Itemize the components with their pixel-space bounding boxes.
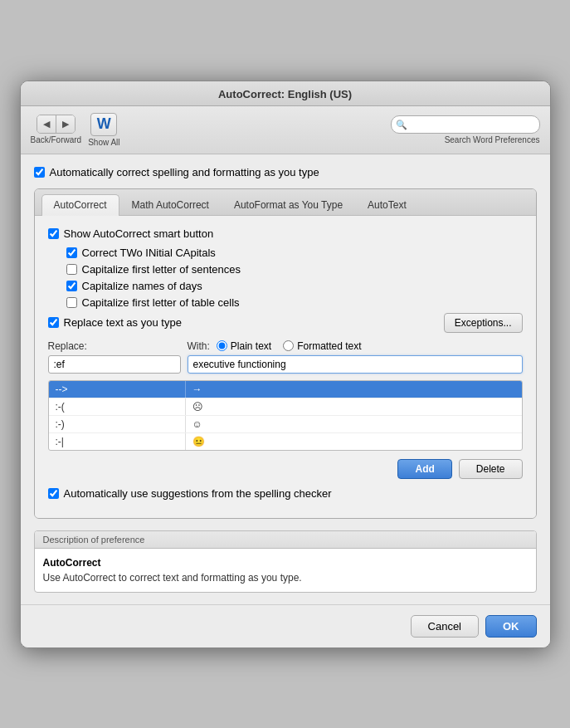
- formatted-text-option: Formatted text: [283, 340, 361, 352]
- show-smart-button-row: Show AutoCorrect smart button: [48, 227, 523, 240]
- toolbar: ◀ ▶ Back/Forward W Show All 🔍 Search Wor…: [21, 106, 550, 154]
- option-label-0: Correct TWo INitial CApitals: [82, 247, 216, 259]
- auto-correct-checkbox[interactable]: [34, 167, 45, 178]
- replace-with-inputs: [48, 355, 523, 374]
- option-row-1: Capitalize first letter of sentences: [66, 263, 523, 276]
- option-label-2: Capitalize names of days: [82, 280, 202, 292]
- option-label-1: Capitalize first letter of sentences: [82, 263, 241, 276]
- table-row[interactable]: :-( ☹: [49, 398, 522, 416]
- auto-correct-label: Automatically correct spelling and forma…: [50, 166, 319, 178]
- option-row-3: Capitalize first letter of table cells: [66, 296, 523, 309]
- show-all-label: Show All: [88, 138, 119, 147]
- option-row-2: Capitalize names of days: [66, 280, 523, 292]
- tab-content-autocorrect: Show AutoCorrect smart button Correct TW…: [35, 216, 536, 518]
- search-input[interactable]: [391, 115, 540, 134]
- options-group: Correct TWo INitial CApitals Capitalize …: [66, 247, 523, 309]
- cancel-button[interactable]: Cancel: [411, 615, 479, 638]
- description-section: Description of preference AutoCorrect Us…: [34, 530, 537, 593]
- show-all-icon: W: [90, 113, 117, 136]
- toolbar-right: 🔍 Search Word Preferences: [391, 115, 540, 144]
- titlebar: AutoCorrect: English (US): [21, 81, 550, 106]
- ok-button[interactable]: OK: [485, 615, 537, 638]
- tabs-bar: AutoCorrect Math AutoCorrect AutoFormat …: [35, 189, 536, 216]
- spelling-checkbox[interactable]: [48, 488, 59, 499]
- replace-text-row: Replace text as you type Exceptions...: [48, 313, 523, 333]
- window-title: AutoCorrect: English (US): [218, 88, 352, 100]
- auto-correct-top-row: Automatically correct spelling and forma…: [34, 166, 537, 178]
- toolbar-left: ◀ ▶ Back/Forward W Show All: [31, 113, 120, 147]
- tab-math-autocorrect[interactable]: Math AutoCorrect: [119, 194, 222, 215]
- back-forward-buttons: ◀ ▶: [37, 115, 76, 134]
- replace-text-checkbox[interactable]: [48, 317, 59, 328]
- spelling-label: Automatically use suggestions from the s…: [64, 487, 332, 500]
- forward-button[interactable]: ▶: [56, 115, 75, 133]
- replace-input[interactable]: [48, 355, 181, 374]
- replace-label: Replace:: [48, 340, 87, 352]
- replacements-table: --> → :-( ☹ :-) ☺ :-| 😐: [48, 380, 523, 451]
- tabs-container: AutoCorrect Math AutoCorrect AutoFormat …: [34, 188, 537, 519]
- option-label-3: Capitalize first letter of table cells: [82, 296, 240, 309]
- description-header: Description of preference: [35, 531, 536, 549]
- table-row[interactable]: --> →: [49, 381, 522, 398]
- text-format-radio-group: Plain text Formatted text: [217, 340, 362, 352]
- add-button[interactable]: Add: [397, 459, 451, 479]
- back-button[interactable]: ◀: [37, 115, 56, 133]
- tab-autoformat[interactable]: AutoFormat as You Type: [222, 194, 355, 215]
- exceptions-button[interactable]: Exceptions...: [444, 313, 523, 333]
- option-row-0: Correct TWo INitial CApitals: [66, 247, 523, 259]
- tab-autocorrect[interactable]: AutoCorrect: [41, 194, 119, 216]
- main-window: AutoCorrect: English (US) ◀ ▶ Back/Forwa…: [20, 81, 551, 648]
- search-word-label: Search Word Preferences: [445, 135, 540, 144]
- formatted-text-label: Formatted text: [297, 340, 361, 352]
- plain-text-option: Plain text: [217, 340, 271, 352]
- footer-buttons: Cancel OK: [21, 604, 550, 647]
- option-checkbox-1[interactable]: [66, 264, 77, 275]
- search-box: 🔍: [391, 115, 540, 134]
- back-forward-label: Back/Forward: [31, 135, 82, 144]
- show-smart-button-checkbox[interactable]: [48, 228, 59, 239]
- table-row[interactable]: :-) ☺: [49, 416, 522, 433]
- delete-button[interactable]: Delete: [459, 459, 523, 479]
- option-checkbox-3[interactable]: [66, 297, 77, 308]
- plain-text-label: Plain text: [231, 340, 271, 352]
- plain-text-radio[interactable]: [217, 340, 227, 351]
- description-body: AutoCorrect Use AutoCorrect to correct t…: [35, 549, 536, 592]
- show-all-button[interactable]: W Show All: [88, 113, 119, 147]
- main-content: Automatically correct spelling and forma…: [21, 154, 550, 604]
- table-row[interactable]: :-| 😐: [49, 433, 522, 450]
- option-checkbox-0[interactable]: [66, 247, 77, 258]
- show-smart-button-label: Show AutoCorrect smart button: [64, 227, 214, 240]
- add-delete-buttons: Add Delete: [48, 459, 523, 479]
- with-label: With:: [188, 340, 210, 352]
- description-text: Use AutoCorrect to correct text and form…: [43, 572, 528, 584]
- tab-autotext[interactable]: AutoText: [355, 194, 419, 215]
- description-title: AutoCorrect: [43, 557, 528, 569]
- replace-text-label: Replace text as you type: [64, 316, 182, 329]
- with-input[interactable]: [188, 355, 523, 374]
- formatted-text-radio[interactable]: [283, 340, 294, 351]
- search-icon: 🔍: [396, 119, 407, 129]
- spelling-checkbox-row: Automatically use suggestions from the s…: [48, 487, 523, 500]
- option-checkbox-2[interactable]: [66, 281, 77, 291]
